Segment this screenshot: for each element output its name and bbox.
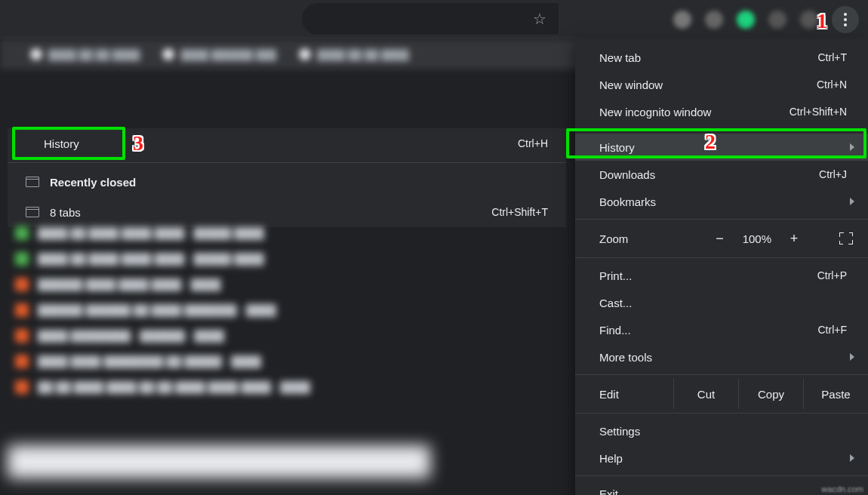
menu-new-window[interactable]: New window Ctrl+N [575,71,868,98]
extension-icon[interactable] [673,11,691,29]
menu-downloads[interactable]: Downloads Ctrl+J [575,161,868,188]
menu-bookmarks[interactable]: Bookmarks [575,188,868,215]
submenu-arrow-icon [850,353,854,361]
submenu-recently-closed: Recently closed [8,167,566,197]
menu-print[interactable]: Print... Ctrl+P [575,262,868,289]
chrome-menu-button[interactable] [832,6,859,33]
menu-label: Exit [599,487,618,496]
submenu-label: History [44,137,79,150]
menu-label: History [599,141,635,154]
bookmark-item[interactable]: ████ ██ ██ ████ [299,48,408,60]
menu-label: Help [599,452,623,465]
menu-find[interactable]: Find... Ctrl+F [575,316,868,343]
submenu-history[interactable]: History Ctrl+H [8,128,566,158]
history-entry[interactable]: ██ ██ ████ ████ ██ ██ ████ ████ ████ - █… [8,374,566,400]
extension-icon[interactable] [768,11,786,29]
fullscreen-icon[interactable] [839,232,853,244]
menu-help[interactable]: Help [575,444,868,472]
edit-copy-button[interactable]: Copy [738,379,803,409]
menu-separator [575,129,868,130]
menu-label: Zoom [599,232,628,245]
address-bar-right[interactable]: ☆ [302,3,559,35]
zoom-level: 100% [743,232,771,245]
extension-icon[interactable] [705,11,723,29]
chrome-main-menu: New tab Ctrl+T New window Ctrl+N New inc… [575,39,868,495]
browser-toolbar: ☆ [0,0,868,39]
menu-label: Print... [599,269,632,282]
shortcut-text: Ctrl+N [817,78,847,91]
tab-icon [26,207,39,217]
zoom-in-button[interactable]: + [786,231,802,247]
extension-icons-area [673,0,859,39]
submenu-arrow-icon [850,143,854,151]
shortcut-text: Ctrl+Shift+T [491,206,548,218]
menu-more-tools[interactable]: More tools [575,343,868,370]
menu-history[interactable]: History [575,134,868,161]
menu-label: New window [599,78,663,91]
menu-separator [575,374,868,375]
menu-label: Settings [599,425,640,438]
history-entries: ████ ██ ████ ████ ████ - █████ ████ ████… [8,220,566,400]
shortcut-text: Ctrl+P [817,269,847,281]
history-entry[interactable]: ████ ██ ████ ████ ████ - █████ ████ [8,220,566,246]
extension-icon[interactable] [800,11,818,29]
menu-separator [575,257,868,258]
history-entry[interactable]: ██████ ██████ ██ ████ ███████ - ████ [8,297,566,323]
kebab-icon [844,13,847,26]
history-entry[interactable]: ████ ████████ - ██████ - ████ [8,323,566,349]
bookmark-item[interactable]: ████ ██ ██ ████ [30,48,140,60]
submenu-label: 8 tabs [50,206,81,219]
menu-separator [575,219,868,220]
bookmark-star-icon[interactable]: ☆ [533,10,546,28]
watermark: wacdn.com [821,484,863,493]
menu-label: Find... [599,324,631,337]
bookmark-item[interactable]: ████ ██████ ███ [162,48,276,60]
edit-cut-button[interactable]: Cut [673,379,738,409]
submenu-arrow-icon [850,198,854,205]
menu-separator [8,162,566,163]
menu-label: More tools [599,351,652,364]
submenu-arrow-icon [850,454,854,462]
menu-new-tab[interactable]: New tab Ctrl+T [575,44,868,71]
shortcut-text: Ctrl+F [818,324,848,336]
history-submenu: History Ctrl+H Recently closed 8 tabs Ct… [8,128,566,227]
menu-incognito[interactable]: New incognito window Ctrl+Shift+N [575,98,868,125]
blurred-area [8,445,430,478]
menu-label: Edit [575,388,673,401]
menu-separator [575,475,868,476]
extension-icon[interactable] [737,11,755,29]
tab-icon [26,177,39,187]
shortcut-text: Ctrl+H [518,137,548,149]
menu-edit: Edit Cut Copy Paste [575,379,868,409]
shortcut-text: Ctrl+Shift+N [790,106,847,118]
menu-label: New tab [599,51,641,64]
section-heading: Recently closed [50,176,136,189]
history-entry[interactable]: ██████ ████ ████ ████ - ████ [8,272,566,297]
shortcut-text: Ctrl+J [819,168,847,180]
menu-label: Downloads [599,168,655,181]
menu-separator [575,413,868,414]
menu-label: New incognito window [599,106,711,118]
zoom-out-button[interactable]: − [713,231,728,247]
history-entry[interactable]: ████ ██ ████ ████ ████ - █████ ████ [8,246,566,272]
menu-label: Cast... [599,297,632,309]
shortcut-text: Ctrl+T [818,51,848,63]
menu-label: Bookmarks [599,195,656,208]
menu-settings[interactable]: Settings [575,417,868,444]
menu-zoom: Zoom − 100% + [575,223,868,254]
history-entry[interactable]: ████ ████ ████████ ██ █████ - ████ [8,349,566,374]
edit-paste-button[interactable]: Paste [803,379,868,409]
menu-cast[interactable]: Cast... [575,289,868,316]
